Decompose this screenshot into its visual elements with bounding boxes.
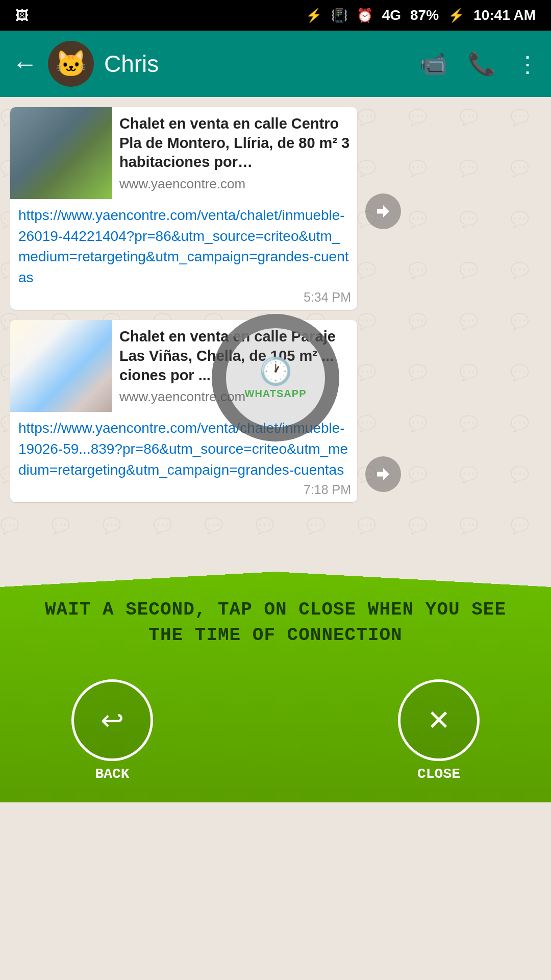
avatar[interactable]: 🐱 (48, 41, 94, 87)
back-label: BACK (95, 766, 129, 782)
more-options-icon[interactable]: ⋮ (516, 51, 539, 77)
close-circle-button[interactable]: ✕ (398, 679, 480, 761)
link-image-1 (10, 107, 112, 199)
vibrate-icon: 📳 (331, 8, 347, 23)
link-preview-1: Chalet en venta en calle Centro Pla de M… (10, 107, 357, 199)
contact-name[interactable]: Chris (104, 50, 409, 78)
close-label: CLOSE (417, 766, 460, 782)
message-bubble-1: Chalet en venta en calle Centro Pla de M… (10, 107, 357, 310)
url-text-1[interactable]: https://www.yaencontre.com/venta/chalet/… (10, 199, 357, 288)
message-time-2: 7:18 PM (10, 480, 357, 497)
battery-level: 87% (410, 7, 439, 23)
back-circle-button[interactable]: ↩ (71, 679, 153, 761)
voice-call-icon[interactable]: 📞 (468, 51, 496, 77)
green-section: WAIT A SECOND, TAP ON CLOSE WHEN YOU SEE… (0, 556, 551, 802)
link-domain-1: www.yaencontre.com (119, 176, 350, 192)
charging-icon: ⚡ (448, 8, 464, 23)
status-bar-left: 🖼 (15, 8, 29, 23)
avatar-image: 🐱 (48, 41, 94, 87)
back-button[interactable]: ← (12, 49, 38, 79)
photo-icon: 🖼 (15, 8, 29, 23)
chat-area: Chalet en venta en calle Centro Pla de M… (0, 97, 551, 556)
message-time-1: 5:34 PM (10, 288, 357, 305)
forward-button-1[interactable] (365, 193, 401, 229)
loading-inner: 🕐 WhatsApp (245, 356, 307, 400)
instruction-text: WAIT A SECOND, TAP ON CLOSE WHEN YOU SEE… (31, 597, 520, 649)
close-x-icon: ✕ (427, 704, 450, 737)
video-call-icon[interactable]: 📹 (419, 51, 447, 77)
clock-icon: 🕐 (259, 356, 292, 387)
link-image-2 (10, 320, 112, 412)
forward-button-2[interactable] (365, 456, 401, 492)
close-button-container: ✕ CLOSE (398, 679, 480, 782)
app-bar: ← 🐱 Chris 📹 📞 ⋮ (0, 31, 551, 97)
back-button-container: ↩ BACK (71, 679, 153, 782)
status-bar: 🖼 ⚡ 📳 ⏰ 4G 87% ⚡ 10:41 AM (0, 0, 551, 31)
message-row-1: Chalet en venta en calle Centro Pla de M… (10, 107, 541, 310)
clock: 10:41 AM (473, 7, 536, 23)
bluetooth-icon: ⚡ (306, 8, 322, 23)
app-bar-actions: 📹 📞 ⋮ (419, 51, 539, 77)
loading-circle: 🕐 WhatsApp (212, 314, 339, 442)
alarm-icon: ⏰ (357, 8, 373, 23)
network-indicator: 4G (382, 7, 401, 23)
loading-overlay: 🕐 WhatsApp (209, 311, 342, 444)
link-title-1: Chalet en venta en calle Centro Pla de M… (119, 114, 350, 172)
bottom-buttons: ↩ BACK ✕ CLOSE (31, 679, 520, 782)
brand-label: WhatsApp (245, 388, 307, 400)
link-text-1: Chalet en venta en calle Centro Pla de M… (112, 107, 357, 199)
back-arrow-icon: ↩ (101, 704, 124, 737)
